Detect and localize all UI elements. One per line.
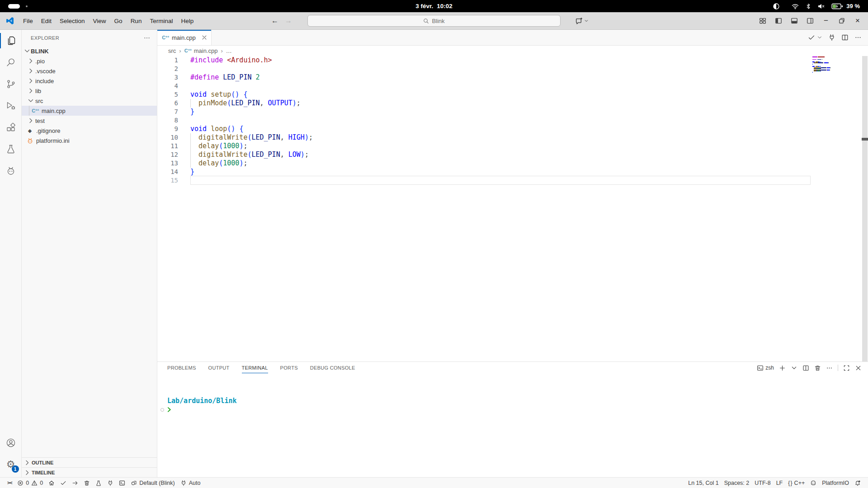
- code-line-10[interactable]: 10 digitalWrite(LED_PIN, HIGH);: [157, 133, 868, 142]
- toggle-panel-icon[interactable]: [788, 15, 800, 27]
- menu-terminal[interactable]: Terminal: [146, 16, 177, 26]
- activitybar-run-debug[interactable]: [0, 95, 22, 117]
- nav-back-button[interactable]: ←: [271, 17, 278, 25]
- tree-item--vscode[interactable]: .vscode: [22, 66, 157, 76]
- panel-tab-debug-console[interactable]: DEBUG CONSOLE: [310, 362, 355, 374]
- tree-item-include[interactable]: include: [22, 76, 157, 86]
- toggle-secondary-sidebar-icon[interactable]: [804, 15, 816, 27]
- panel-tab-terminal[interactable]: TERMINAL: [242, 362, 268, 374]
- indentation[interactable]: Spaces: 2: [722, 478, 752, 488]
- editor-more-actions[interactable]: [854, 34, 862, 41]
- code-line-11[interactable]: 11 delay(1000);: [157, 142, 868, 150]
- cursor-position[interactable]: Ln 15, Col 1: [685, 478, 721, 488]
- minimap[interactable]: [811, 56, 862, 361]
- tree-item--gitignore[interactable]: ◆.gitignore: [22, 126, 157, 136]
- code-line-4[interactable]: 4: [157, 82, 868, 90]
- terminal-more-actions[interactable]: [826, 365, 833, 371]
- terminal[interactable]: Lab/arduino/Blink: [157, 374, 868, 477]
- serial-monitor-action[interactable]: [828, 34, 835, 41]
- toggle-sidebar-icon[interactable]: [773, 15, 784, 27]
- pio-env[interactable]: Default (Blink): [128, 478, 178, 488]
- sidebar-section-outline[interactable]: OUTLINE: [22, 457, 157, 467]
- code-line-12[interactable]: 12 digitalWrite(LED_PIN, LOW);: [157, 150, 868, 159]
- tree-item-test[interactable]: test: [22, 116, 157, 126]
- menu-file[interactable]: File: [19, 16, 37, 26]
- code-line-3[interactable]: 3#define LED_PIN 2: [157, 73, 868, 82]
- panel-tab-problems[interactable]: PROBLEMS: [167, 362, 196, 374]
- activitybar-testing[interactable]: [0, 138, 22, 160]
- code-line-8[interactable]: 8: [157, 116, 868, 125]
- encoding[interactable]: UTF-8: [752, 478, 773, 488]
- panel-tab-ports[interactable]: PORTS: [280, 362, 298, 374]
- close-panel-button[interactable]: [855, 365, 862, 371]
- menu-view[interactable]: View: [89, 16, 110, 26]
- pio-terminal[interactable]: [116, 478, 128, 488]
- pio-clean[interactable]: [81, 478, 93, 488]
- activitybar-platformio[interactable]: [0, 160, 22, 182]
- kill-terminal-button[interactable]: [814, 365, 821, 371]
- split-editor-action[interactable]: [841, 34, 849, 41]
- code-line-15[interactable]: 15: [157, 176, 868, 185]
- workspace-indicator-pill[interactable]: [8, 4, 20, 9]
- menu-edit[interactable]: Edit: [37, 16, 56, 26]
- code-line-7[interactable]: 7}: [157, 108, 868, 116]
- pio-build[interactable]: [57, 478, 69, 488]
- eol[interactable]: LF: [774, 478, 786, 488]
- tree-item--pio[interactable]: .pio: [22, 56, 157, 66]
- code-editor[interactable]: 1#include <Arduino.h>23#define LED_PIN 2…: [157, 56, 868, 361]
- copilot[interactable]: [807, 478, 819, 488]
- activitybar-source-control[interactable]: [0, 73, 22, 95]
- terminal-shell-select[interactable]: zsh: [757, 365, 774, 371]
- tree-root-blink[interactable]: BLINK: [22, 46, 157, 56]
- close-tab-icon[interactable]: [201, 34, 208, 41]
- vscode-logo-icon[interactable]: [5, 16, 14, 25]
- tree-item-lib[interactable]: lib: [22, 86, 157, 96]
- maximize-panel-button[interactable]: [843, 365, 850, 371]
- activitybar-extensions[interactable]: [0, 117, 22, 138]
- sidebar-section-timeline[interactable]: TIMELINE: [22, 467, 157, 477]
- new-terminal-button[interactable]: [779, 365, 786, 371]
- breadcrumb-file[interactable]: C++ main.cpp: [184, 47, 218, 55]
- system-clock[interactable]: 3 févr. 10:02: [415, 0, 453, 12]
- pio-home[interactable]: [46, 478, 57, 488]
- activitybar-accounts[interactable]: [0, 432, 22, 454]
- code-line-13[interactable]: 13 delay(1000);: [157, 159, 868, 168]
- breadcrumb-src[interactable]: src: [168, 47, 176, 54]
- menu-go[interactable]: Go: [110, 16, 127, 26]
- activitybar-settings[interactable]: ⚙ 1: [0, 454, 22, 475]
- menu-help[interactable]: Help: [177, 16, 198, 26]
- code-line-1[interactable]: 1#include <Arduino.h>: [157, 56, 868, 65]
- split-terminal-button[interactable]: [802, 365, 809, 371]
- code-line-5[interactable]: 5void setup() {: [157, 90, 868, 99]
- menu-selection[interactable]: Selection: [56, 16, 89, 26]
- terminal-launch-dropdown[interactable]: [791, 365, 797, 371]
- pio-test[interactable]: [93, 478, 104, 488]
- notifications[interactable]: [852, 478, 863, 488]
- restore-button[interactable]: [836, 15, 848, 27]
- remote-indicator[interactable]: ><: [5, 478, 14, 488]
- pio-build-action[interactable]: [808, 34, 815, 41]
- activitybar-explorer[interactable]: [0, 30, 22, 52]
- pio-upload[interactable]: [69, 478, 81, 488]
- explorer-more-button[interactable]: [143, 34, 151, 42]
- breadcrumb-symbol[interactable]: …: [226, 47, 232, 54]
- close-window-button[interactable]: ×: [852, 16, 863, 25]
- run-dropdown[interactable]: [817, 34, 822, 41]
- code-line-14[interactable]: 14}: [157, 168, 868, 176]
- code-line-2[interactable]: 2: [157, 65, 868, 73]
- platformio-status[interactable]: PlatformIO: [819, 478, 852, 488]
- scrollbar-thumb[interactable]: [862, 56, 868, 361]
- language-mode[interactable]: { }C++: [785, 478, 807, 488]
- tab-main-cpp[interactable]: C++ main.cpp: [157, 30, 212, 45]
- activitybar-search[interactable]: [0, 52, 22, 73]
- editor-scrollbar[interactable]: [862, 56, 868, 361]
- customize-layout-icon[interactable]: [757, 15, 769, 27]
- tree-item-main-cpp[interactable]: C++main.cpp: [22, 106, 157, 116]
- pio-serial-monitor[interactable]: [104, 478, 116, 488]
- problems[interactable]: 00: [14, 478, 46, 488]
- panel-tab-output[interactable]: OUTPUT: [208, 362, 230, 374]
- system-status-icons[interactable]: 39 %: [773, 3, 860, 10]
- workspace-indicator-dot[interactable]: [26, 5, 28, 7]
- pio-port[interactable]: Auto: [178, 478, 203, 488]
- code-line-9[interactable]: 9void loop() {: [157, 125, 868, 133]
